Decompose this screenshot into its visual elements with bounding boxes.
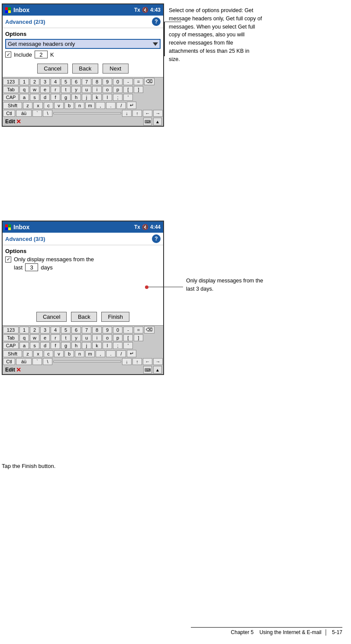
kb-g[interactable]: g: [61, 94, 71, 101]
kb-6[interactable]: 6: [71, 78, 81, 85]
kb-quote[interactable]: ': [123, 94, 133, 101]
kb-q[interactable]: q: [19, 86, 29, 93]
help-button-2[interactable]: ?: [152, 234, 161, 243]
kb-l[interactable]: l: [103, 94, 112, 101]
kb-8[interactable]: 8: [92, 78, 102, 85]
keyboard-1: 123 1 2 3 4 5 6 7 8 9 0 - = ⌫ Tab: [3, 77, 163, 126]
kb-n[interactable]: n: [75, 102, 84, 109]
kb2-right-arrow-icon[interactable]: →: [153, 358, 163, 365]
kb-backslash[interactable]: \: [43, 110, 52, 117]
kb-semicolon[interactable]: ;: [113, 94, 122, 101]
kb-ctl[interactable]: Ctl: [3, 110, 15, 117]
kb2-backspace-icon[interactable]: ⌫: [144, 326, 155, 333]
kb-right-arrow-icon[interactable]: →: [153, 110, 163, 117]
kb-enter-icon[interactable]: ↵: [127, 102, 136, 109]
kb-u[interactable]: u: [82, 86, 91, 93]
kb2-enter-icon[interactable]: ↵: [127, 350, 136, 357]
kb-5[interactable]: 5: [61, 78, 71, 85]
kb-f[interactable]: f: [51, 94, 60, 101]
close-icon-2[interactable]: ✕: [16, 366, 21, 373]
kb-space[interactable]: [53, 112, 121, 114]
kb-down-arrow-icon[interactable]: ↓: [122, 110, 132, 117]
resize-icon-2[interactable]: ▲: [153, 366, 162, 374]
kb-3[interactable]: 3: [40, 78, 50, 85]
kb-bottom-row-1: Edit ✕ ⌨ ▲: [3, 117, 163, 126]
callout-text-1: Select one of options provided: Get mess…: [169, 6, 262, 63]
kb-h[interactable]: h: [71, 94, 81, 101]
kb2-up-arrow-icon[interactable]: ↑: [132, 358, 142, 365]
kb-minus[interactable]: -: [123, 78, 133, 85]
kb-rbracket[interactable]: ]: [134, 86, 143, 93]
back-button-2[interactable]: Back: [71, 312, 97, 322]
only-display-checkbox[interactable]: ✓: [5, 256, 11, 263]
kb2-ctl[interactable]: Ctl: [3, 358, 15, 365]
next-button[interactable]: Next: [103, 64, 129, 74]
kb-period[interactable]: .: [106, 102, 116, 109]
back-button-1[interactable]: Back: [72, 64, 98, 74]
keyboard-icon[interactable]: ⌨: [143, 118, 152, 125]
callout-dot-2: [145, 285, 148, 289]
kb-123[interactable]: 123: [3, 78, 19, 85]
kb2-left-arrow-icon[interactable]: ←: [143, 358, 152, 365]
kb-backtick[interactable]: `: [32, 110, 42, 117]
cancel-button-2[interactable]: Cancel: [36, 312, 67, 322]
kb-comma[interactable]: ,: [96, 102, 105, 109]
kb-y[interactable]: y: [71, 86, 81, 93]
kb-z[interactable]: z: [23, 102, 32, 109]
kb-i[interactable]: i: [92, 86, 102, 93]
kb-1[interactable]: 1: [19, 78, 29, 85]
kb2-shift[interactable]: Shift: [3, 350, 22, 357]
kb-icons-right-2: ⌨ ▲: [143, 366, 162, 374]
kb-t[interactable]: t: [61, 86, 71, 93]
kb-slash[interactable]: /: [116, 102, 126, 109]
kb-v[interactable]: v: [54, 102, 64, 109]
kb2-tab[interactable]: Tab: [3, 334, 19, 341]
kb-aua[interactable]: áü: [16, 110, 32, 117]
kb-4[interactable]: 4: [51, 78, 60, 85]
kb-o[interactable]: o: [103, 86, 112, 93]
kb-cap[interactable]: CAP: [3, 94, 19, 101]
kb-d[interactable]: d: [40, 94, 50, 101]
kb-9[interactable]: 9: [103, 78, 112, 85]
kb-0[interactable]: 0: [113, 78, 122, 85]
kb-left-arrow-icon[interactable]: ←: [143, 110, 152, 117]
kb-7[interactable]: 7: [82, 78, 91, 85]
kb-w[interactable]: w: [30, 86, 39, 93]
kb-lbracket[interactable]: [: [123, 86, 133, 93]
kb-j[interactable]: j: [82, 94, 91, 101]
finish-button[interactable]: Finish: [101, 312, 129, 322]
kb2-123[interactable]: 123: [3, 327, 19, 333]
last-label: last: [14, 264, 23, 271]
keyboard-icon-2[interactable]: ⌨: [143, 366, 152, 374]
kb-m[interactable]: m: [85, 102, 95, 109]
kb-a[interactable]: a: [19, 94, 29, 101]
kb-up-arrow-icon[interactable]: ↑: [132, 110, 142, 117]
kb-p[interactable]: p: [113, 86, 122, 93]
windows-logo-icon: [5, 7, 11, 13]
title-bar-icons-2: Tx 🔇 4:44: [134, 224, 161, 230]
kb-shift[interactable]: Shift: [3, 102, 22, 109]
include-value-input[interactable]: [35, 51, 48, 58]
kb-k[interactable]: k: [92, 94, 102, 101]
help-button-1[interactable]: ?: [152, 17, 161, 26]
resize-icon[interactable]: ▲: [153, 118, 162, 125]
days-value-input[interactable]: [25, 263, 38, 271]
kb-s[interactable]: s: [30, 94, 39, 101]
kb-e[interactable]: e: [40, 86, 50, 93]
kb-r[interactable]: r: [51, 86, 60, 93]
kb-backspace-icon[interactable]: ⌫: [144, 78, 155, 85]
kb-b[interactable]: b: [64, 102, 74, 109]
tap-finish-text: Tap the Finish button.: [2, 463, 55, 469]
kb-2[interactable]: 2: [30, 78, 39, 85]
kb-c[interactable]: c: [44, 102, 53, 109]
kb-tab[interactable]: Tab: [3, 86, 19, 93]
kb-equals[interactable]: =: [134, 78, 143, 85]
close-icon-1[interactable]: ✕: [16, 118, 21, 125]
include-checkbox[interactable]: ✓: [5, 51, 11, 58]
cancel-button-1[interactable]: Cancel: [37, 64, 68, 74]
kb2-down-arrow-icon[interactable]: ↓: [122, 358, 132, 365]
only-display-row: ✓ Only display messages from the: [5, 256, 161, 263]
kb2-cap[interactable]: CAP: [3, 342, 19, 349]
message-type-dropdown[interactable]: Get message headers only: [5, 39, 161, 49]
kb-x[interactable]: x: [33, 102, 43, 109]
